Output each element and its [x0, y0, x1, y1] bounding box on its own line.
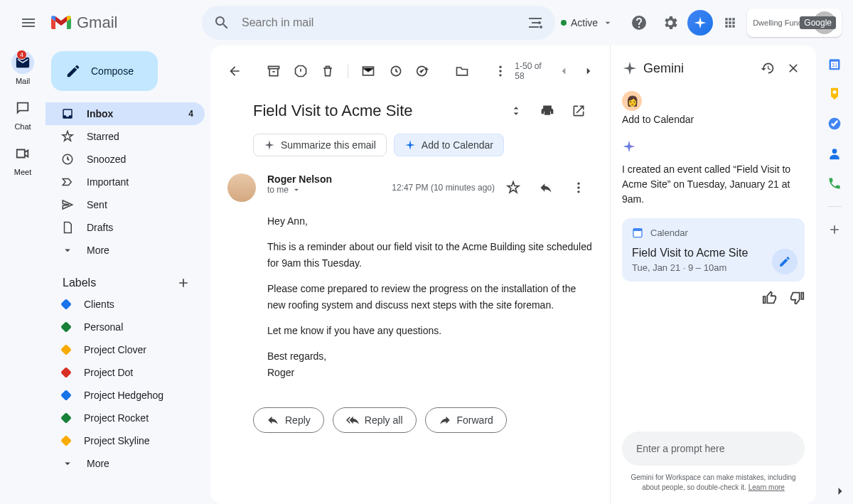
- reply-all-button[interactable]: Reply all: [333, 407, 417, 433]
- sender-avatar[interactable]: [227, 173, 256, 202]
- email-more-button[interactable]: [564, 173, 593, 202]
- move-button[interactable]: [449, 57, 474, 85]
- event-card[interactable]: Calendar Field Visit to Acme Site Tue, J…: [622, 218, 805, 282]
- settings-button[interactable]: [656, 9, 685, 37]
- rail-meet[interactable]: Meet: [11, 142, 34, 176]
- print-button[interactable]: [533, 97, 562, 125]
- sidebar-starred[interactable]: Starred: [45, 125, 205, 148]
- labels-title: Labels: [63, 277, 96, 289]
- gemini-history-button[interactable]: [756, 57, 779, 80]
- gemini-close-button[interactable]: [782, 57, 805, 80]
- label-item[interactable]: Project Hedgehog: [45, 384, 205, 407]
- reply-icon: [267, 414, 279, 427]
- spark-icon: [622, 60, 638, 76]
- tasks-addon[interactable]: [827, 117, 842, 131]
- search-bar[interactable]: [202, 6, 555, 40]
- collapse-button[interactable]: [502, 97, 530, 125]
- chevron-left-icon: [557, 65, 570, 77]
- sidebar-important[interactable]: Important: [45, 171, 205, 193]
- contacts-addon[interactable]: [827, 146, 842, 161]
- add-calendar-chip[interactable]: Add to Calendar: [394, 134, 504, 156]
- delete-button[interactable]: [315, 57, 340, 85]
- gemini-button[interactable]: [687, 10, 713, 36]
- sidebar-inbox[interactable]: Inbox4: [45, 102, 205, 125]
- snooze-button[interactable]: [382, 57, 408, 85]
- label-item[interactable]: More: [45, 452, 205, 475]
- more-actions-button[interactable]: [488, 57, 513, 85]
- smart-chips: Summarize this email Add to Calendar: [216, 131, 604, 165]
- page-info-text: 1-50 of 58: [515, 61, 549, 81]
- label-item[interactable]: Project Skyline: [45, 429, 205, 452]
- status-indicator[interactable]: Active: [561, 17, 613, 28]
- help-icon: [631, 14, 648, 31]
- expand-rail-button[interactable]: [833, 484, 847, 498]
- label-item[interactable]: Project Clover: [45, 338, 205, 361]
- mark-unread-button[interactable]: [355, 57, 381, 85]
- thumbs-down-button[interactable]: [789, 290, 805, 306]
- apps-button[interactable]: [716, 9, 744, 37]
- support-button[interactable]: [625, 9, 653, 37]
- status-dot-icon: [561, 20, 567, 26]
- reply-icon: [539, 181, 553, 195]
- calendar-addon[interactable]: 31: [827, 57, 842, 71]
- inbox-count: 4: [188, 109, 193, 119]
- add-task-button[interactable]: [410, 57, 436, 85]
- sidebar-drafts[interactable]: Drafts: [45, 216, 205, 239]
- forward-button[interactable]: Forward: [425, 407, 507, 433]
- add-calendar-label: Add to Calendar: [422, 139, 493, 151]
- event-title: Field Visit to Acme Site: [632, 247, 795, 259]
- sent-label: Sent: [87, 199, 107, 210]
- email-toolbar: 1-50 of 58: [216, 57, 604, 85]
- reply-button[interactable]: Reply: [253, 407, 324, 433]
- rail-chat[interactable]: Chat: [11, 97, 34, 131]
- gemini-prompt-input[interactable]: Enter a prompt here: [622, 431, 805, 466]
- important-label: Important: [87, 176, 129, 188]
- search-icon[interactable]: [208, 9, 236, 37]
- trash-icon: [321, 64, 335, 78]
- popout-button[interactable]: [564, 97, 593, 125]
- gmail-icon: [51, 15, 71, 31]
- label-item[interactable]: Clients: [45, 293, 205, 316]
- calendar-label: Calendar: [650, 227, 688, 238]
- svg-point-11: [577, 191, 579, 193]
- thumbs-up-button[interactable]: [762, 290, 778, 306]
- quick-reply-button[interactable]: [532, 173, 560, 202]
- sidebar-sent[interactable]: Sent: [45, 193, 205, 216]
- spam-button[interactable]: [288, 57, 313, 85]
- search-options-icon[interactable]: [521, 9, 549, 37]
- summarize-chip[interactable]: Summarize this email: [253, 134, 387, 156]
- add-label-button[interactable]: [173, 273, 193, 293]
- label-item[interactable]: Project Dot: [45, 361, 205, 384]
- voice-addon[interactable]: [827, 176, 842, 191]
- contacts-icon: [827, 146, 842, 161]
- reply-actions: Reply Reply all Forward: [216, 402, 604, 444]
- gmail-logo[interactable]: Gmail: [51, 14, 179, 32]
- archive-button[interactable]: [261, 57, 286, 85]
- email-timestamp: 12:47 PM (10 minutes ago): [392, 183, 495, 193]
- get-addons[interactable]: [827, 222, 842, 237]
- label-item[interactable]: Personal: [45, 316, 205, 338]
- gemini-panel: Gemini 👩 Add to Calendar I created an ev…: [610, 45, 816, 504]
- sidebar-snoozed[interactable]: Snoozed: [45, 148, 205, 171]
- sender-to[interactable]: to me: [267, 185, 380, 195]
- edit-event-button[interactable]: [772, 249, 798, 274]
- search-input[interactable]: [236, 16, 521, 29]
- star-email-button[interactable]: [499, 173, 527, 202]
- learn-more-link[interactable]: Learn more: [749, 483, 785, 491]
- compose-button[interactable]: Compose: [51, 51, 158, 91]
- account-switcher[interactable]: Dwelling Fund... Google: [747, 9, 842, 37]
- back-button[interactable]: [222, 57, 247, 85]
- next-page-button[interactable]: [578, 60, 599, 82]
- pagination: 1-50 of 58: [515, 60, 599, 82]
- sidebar-more[interactable]: More: [45, 239, 205, 262]
- snoozed-label: Snoozed: [87, 154, 126, 165]
- gemini-user-avatar: 👩: [622, 91, 642, 111]
- phone-icon: [827, 176, 842, 191]
- keep-addon[interactable]: [827, 87, 842, 101]
- prev-page-button[interactable]: [554, 60, 574, 82]
- label-item[interactable]: Project Rocket: [45, 407, 205, 429]
- rail-mail[interactable]: Mail 4: [11, 51, 34, 85]
- main-menu-button[interactable]: [11, 6, 45, 40]
- drafts-icon: [61, 221, 74, 234]
- app-rail: Mail 4 Chat Meet: [0, 45, 45, 504]
